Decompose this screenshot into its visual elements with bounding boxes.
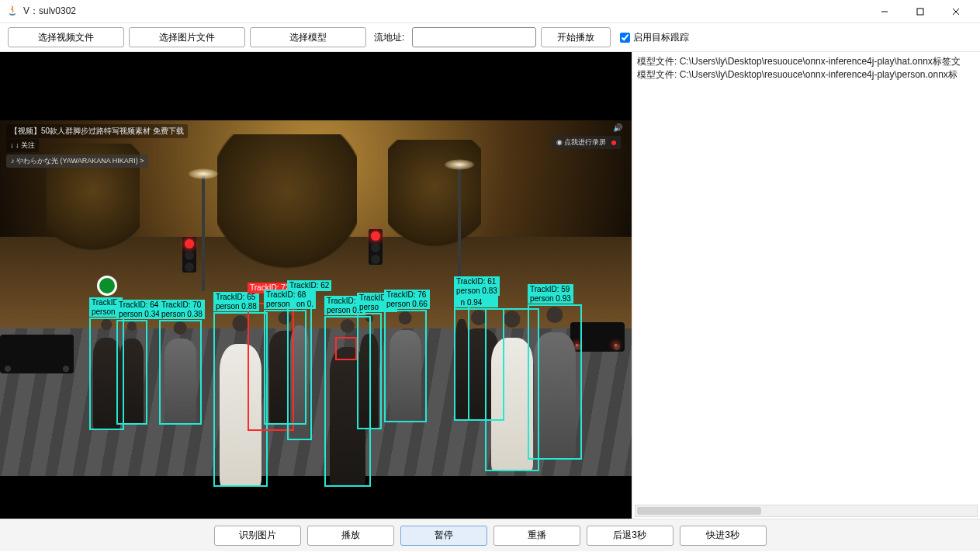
volume-icon: 🔊 [613,123,622,132]
traffic-light [182,237,196,273]
detection-box-hat [335,337,357,360]
red-lamp [371,231,380,241]
red-lamp [185,239,194,248]
main-area: 【视频】50款人群脚步过路特写视频素材 免费下载 ↓ ↓ 关注 ♪ やわらかな光… [0,51,980,519]
start-play-button[interactable]: 开始播放 [541,27,611,47]
detection-box-person: TrackID: 59 person 0.93 [528,304,582,460]
tracking-checkbox-input[interactable] [620,33,630,43]
detection-box-person: TrackID: 62 [287,300,312,440]
log-pane: 模型文件: C:\Users\ly\Desktop\resuouce\onnx-… [632,52,980,519]
video-title-banner: 【视频】50款人群脚步过路特写视频素材 免费下载 [6,124,188,138]
detection-box-person: TrackID: 76 person 0.66 [384,310,427,422]
video-sub-banner: ↓ ↓ 关注 [6,139,39,152]
select-model-button[interactable]: 选择模型 [250,27,366,47]
top-toolbar: 选择视频文件 选择图片文件 选择模型 流地址: 开始播放 启用目标跟踪 [0,23,980,51]
detection-label: TrackID: 76 person 0.66 [384,290,430,309]
tree [217,134,357,274]
detection-label: TrackID: 64 person 0.34 [116,300,162,319]
select-image-button[interactable]: 选择图片文件 [129,27,245,47]
detection-label: TrackID: 68 person on 0. [264,290,316,309]
pause-button[interactable]: 暂停 [400,526,487,546]
forward-3s-button[interactable]: 快进3秒 [680,526,767,546]
green-lamp [185,262,194,272]
detection-label: TrackID: 70 person 0.38 [159,300,205,319]
scrollbar-thumb[interactable] [637,507,761,515]
recognize-image-button[interactable]: 识别图片 [214,526,301,546]
amber-lamp [185,251,194,260]
detection-label: TrackID: 62 [287,280,331,291]
traffic-light [369,229,383,265]
java-icon [6,5,19,18]
minimize-button[interactable] [867,0,902,23]
music-chip: ♪ やわらかな光 (YAWARAKANA HIKARI) > [6,154,148,168]
tree [388,140,481,256]
detection-label: TrackID: 61 person 0.83 [454,276,500,296]
detection-label: TrackID: 65 person 0.88 [213,292,259,311]
detection-label: TrackID: 59 person 0.93 [528,284,573,304]
video-pane: 【视频】50款人群脚步过路特写视频素材 免费下载 ↓ ↓ 关注 ♪ やわらかな光… [0,52,632,519]
back-3s-button[interactable]: 后退3秒 [587,526,674,546]
stream-url-input[interactable] [412,27,536,47]
record-chip-text: ◉ 点我进行录屏 [556,138,607,146]
streetlight [458,165,461,293]
window-controls [867,0,974,23]
log-line: 模型文件: C:\Users\ly\Desktop\resuouce\onnx-… [637,55,975,68]
log-line: 模型文件: C:\Users\ly\Desktop\resuouce\onnx-… [637,68,975,82]
record-chip: ◉ 点我进行录屏 [552,136,621,149]
title-bar: V：sulv0302 [0,0,980,23]
bottom-toolbar: 识别图片 播放 暂停 重播 后退3秒 快进3秒 [0,519,980,551]
replay-button[interactable]: 重播 [493,526,580,546]
record-dot-icon [611,141,616,145]
window-title: V：sulv0302 [23,5,867,18]
tracking-checkbox-label: 启用目标跟踪 [633,31,689,44]
close-button[interactable] [938,0,974,23]
pedestrian-signal-green [97,276,117,296]
green-lamp [371,255,380,264]
streetlight [202,175,205,291]
amber-lamp [371,243,380,252]
log-horizontal-scrollbar[interactable] [635,505,978,517]
taillight [615,344,617,346]
video-frame: 【视频】50款人群脚步过路特写视频素材 免费下载 ↓ ↓ 关注 ♪ やわらかな光… [0,120,632,476]
detection-box-person: TrackID: 61 person 0.83 [454,297,469,421]
maximize-button[interactable] [902,0,938,23]
svg-rect-0 [917,9,923,15]
car [0,335,74,373]
detection-box-person: TrackID: 64 person 0.34 [116,320,147,425]
detection-box-person: TrackID: 70 person 0.38 [159,320,202,425]
enable-tracking-checkbox[interactable]: 启用目标跟踪 [620,31,689,44]
select-video-button[interactable]: 选择视频文件 [8,27,124,47]
play-button[interactable]: 播放 [307,526,394,546]
detection-box-person: TrackID: 6 perso [357,313,382,429]
stream-label: 流地址: [374,31,404,44]
